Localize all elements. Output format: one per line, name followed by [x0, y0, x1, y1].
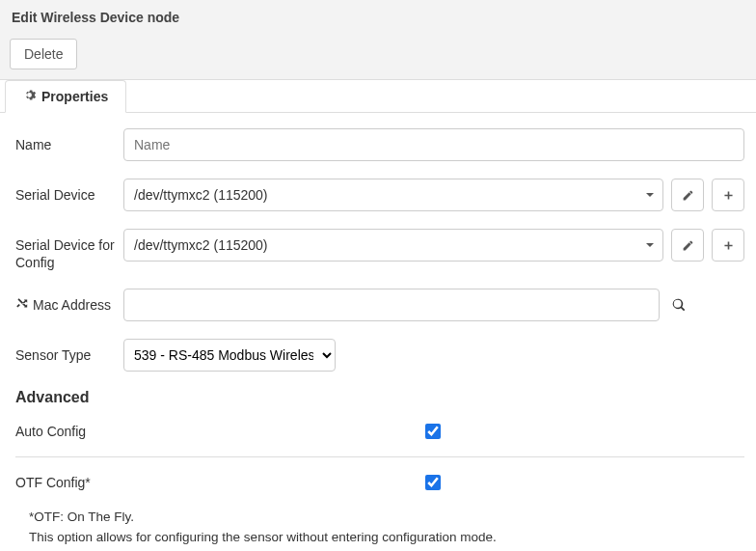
otf-note-line1: *OTF: On The Fly. [29, 508, 744, 527]
tab-properties[interactable]: Properties [5, 80, 126, 113]
row-auto-config: Auto Config [15, 424, 744, 439]
label-auto-config: Auto Config [15, 424, 425, 439]
advanced-heading: Advanced [15, 389, 744, 406]
add-serial-device-config-button[interactable] [712, 229, 744, 262]
label-serial-device-config: Serial Device for Config [15, 229, 116, 271]
chevron-down-icon [645, 187, 655, 203]
row-name: Name [15, 128, 744, 161]
form-area: Name Serial Device /dev/ttymxc2 (115200)… [0, 113, 756, 551]
sensor-type-select[interactable]: 539 - RS-485 Modbus Wireless [123, 339, 336, 372]
add-serial-device-button[interactable] [712, 179, 744, 211]
label-mac-address: Mac Address [15, 297, 116, 313]
row-serial-device-config: Serial Device for Config /dev/ttymxc2 (1… [15, 229, 744, 271]
edit-serial-device-config-button[interactable] [671, 229, 704, 262]
shuffle-icon [15, 297, 28, 313]
otf-note-line2: This option allows for configuring the s… [29, 528, 744, 547]
serial-device-value: /dev/ttymxc2 (115200) [134, 187, 268, 203]
label-mac-address-text: Mac Address [33, 297, 111, 313]
row-otf-config: OTF Config* [15, 475, 744, 490]
header-bar: Edit Wireless Device node Delete [0, 0, 756, 80]
pencil-icon [682, 239, 694, 252]
dialog-title: Edit Wireless Device node [12, 10, 746, 25]
label-sensor-type: Sensor Type [15, 347, 116, 363]
serial-device-config-value: /dev/ttymxc2 (115200) [134, 237, 268, 253]
chevron-down-icon [645, 237, 655, 253]
label-otf-config: OTF Config* [15, 475, 425, 490]
plus-icon [722, 189, 735, 202]
mac-address-input[interactable] [123, 289, 660, 321]
label-serial-device: Serial Device [15, 187, 116, 203]
edit-serial-device-button[interactable] [671, 179, 704, 211]
row-mac-address: Mac Address [15, 289, 744, 321]
search-mac-button[interactable] [667, 298, 690, 312]
serial-device-select[interactable]: /dev/ttymxc2 (115200) [123, 179, 663, 211]
gear-icon [23, 89, 36, 104]
tabs-row: Properties [0, 79, 756, 113]
search-icon [672, 298, 686, 312]
tab-properties-label: Properties [41, 89, 108, 104]
otf-note: *OTF: On The Fly. This option allows for… [29, 508, 744, 547]
serial-device-config-select[interactable]: /dev/ttymxc2 (115200) [123, 229, 663, 262]
otf-config-checkbox[interactable] [425, 475, 441, 490]
row-sensor-type: Sensor Type 539 - RS-485 Modbus Wireless [15, 339, 744, 372]
divider [15, 456, 744, 457]
label-name: Name [15, 137, 116, 152]
plus-icon [722, 239, 735, 252]
pencil-icon [682, 189, 694, 202]
name-input[interactable] [123, 128, 744, 161]
row-serial-device: Serial Device /dev/ttymxc2 (115200) [15, 179, 744, 211]
auto-config-checkbox[interactable] [425, 424, 441, 439]
delete-button[interactable]: Delete [10, 39, 77, 69]
